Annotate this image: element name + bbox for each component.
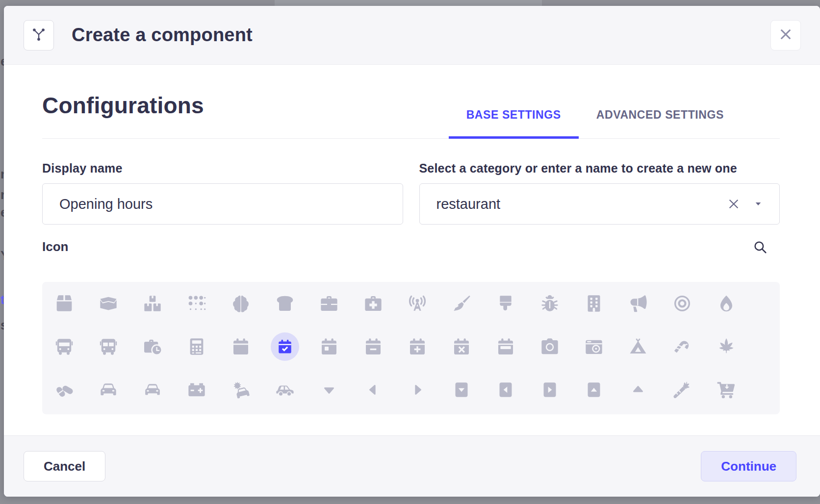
icon-car-side[interactable] bbox=[263, 368, 307, 411]
tab-advanced-settings[interactable]: ADVANCED SETTINGS bbox=[579, 108, 742, 138]
icon-bus[interactable] bbox=[42, 325, 86, 368]
tab-base-settings[interactable]: BASE SETTINGS bbox=[449, 108, 579, 138]
icon-caret-right[interactable] bbox=[395, 368, 439, 411]
screen: enreYts Create a component bbox=[0, 0, 820, 504]
icon-box[interactable] bbox=[42, 282, 86, 325]
icon-calendar-times[interactable] bbox=[439, 325, 484, 368]
icon-brush[interactable] bbox=[484, 282, 528, 325]
icon-briefcase-medical[interactable] bbox=[351, 282, 395, 325]
configurations-heading: Configurations bbox=[42, 92, 204, 119]
icon-caret-up[interactable] bbox=[616, 368, 660, 411]
component-icon bbox=[31, 26, 47, 44]
icon-broom[interactable] bbox=[439, 282, 484, 325]
modal-title: Create a component bbox=[72, 25, 253, 46]
display-name-label: Display name bbox=[42, 161, 403, 176]
icon-campground[interactable] bbox=[616, 325, 660, 368]
modal-body: Configurations BASE SETTINGSADVANCED SET… bbox=[4, 65, 820, 435]
display-name-input[interactable]: Opening hours bbox=[42, 183, 403, 225]
icon-briefcase[interactable] bbox=[307, 282, 351, 325]
configurations-header-row: Configurations BASE SETTINGSADVANCED SET… bbox=[42, 65, 780, 139]
close-icon bbox=[779, 27, 793, 43]
icon-car[interactable] bbox=[86, 368, 130, 411]
category-label: Select a category or enter a name to cre… bbox=[419, 161, 780, 176]
clear-x-icon[interactable] bbox=[727, 198, 740, 210]
icon-camera[interactable] bbox=[528, 325, 572, 368]
icon-picker-header: Icon bbox=[42, 239, 780, 254]
icon-calendar-day[interactable] bbox=[307, 325, 351, 368]
icon-bus-alt[interactable] bbox=[86, 325, 130, 368]
icon-candy-cane[interactable] bbox=[660, 325, 704, 368]
icon-calendar-minus[interactable] bbox=[351, 325, 395, 368]
icon-label: Icon bbox=[42, 239, 68, 254]
icon-burn[interactable] bbox=[704, 282, 748, 325]
icon-caret-square-up[interactable] bbox=[572, 368, 616, 411]
continue-button[interactable]: Continue bbox=[701, 451, 796, 481]
display-name-field-group: Display name Opening hours bbox=[42, 161, 403, 225]
icon-carrot[interactable] bbox=[660, 368, 704, 411]
component-icon-box bbox=[24, 20, 54, 50]
icon-caret-down[interactable] bbox=[307, 368, 351, 411]
background-page-fragment bbox=[275, 0, 542, 6]
icon-capsules[interactable] bbox=[42, 368, 86, 411]
display-name-value: Opening hours bbox=[59, 196, 153, 212]
modal-header: Create a component bbox=[4, 6, 820, 65]
modal-footer: Cancel Continue bbox=[4, 435, 820, 497]
settings-tabs: BASE SETTINGSADVANCED SETTINGS bbox=[449, 108, 742, 138]
icon-business-time[interactable] bbox=[130, 325, 175, 368]
icon-car-alt[interactable] bbox=[130, 368, 175, 411]
icon-broadcast-tower[interactable] bbox=[395, 282, 439, 325]
icon-brain[interactable] bbox=[219, 282, 263, 325]
icon-calendar-plus[interactable] bbox=[395, 325, 439, 368]
form-fields: Display name Opening hours Select a cate… bbox=[42, 161, 780, 225]
magnifier-icon[interactable] bbox=[753, 240, 768, 254]
icon-cannabis[interactable] bbox=[704, 325, 748, 368]
icon-grid bbox=[42, 282, 780, 414]
cancel-button[interactable]: Cancel bbox=[24, 451, 105, 481]
close-button[interactable] bbox=[770, 20, 801, 50]
icon-car-battery[interactable] bbox=[175, 368, 219, 411]
icon-caret-square-down[interactable] bbox=[439, 368, 484, 411]
icon-bullhorn[interactable] bbox=[616, 282, 660, 325]
icon-calculator[interactable] bbox=[175, 325, 219, 368]
icon-camera-retro[interactable] bbox=[572, 325, 616, 368]
icon-calendar-check[interactable] bbox=[263, 325, 307, 368]
icon-braille[interactable] bbox=[175, 282, 219, 325]
icon-calendar[interactable] bbox=[219, 325, 263, 368]
create-component-modal: Create a component Configurations BASE S… bbox=[4, 6, 820, 497]
caret-down-icon[interactable] bbox=[754, 200, 763, 208]
category-combobox[interactable]: restaurant bbox=[419, 183, 780, 225]
icon-caret-square-right[interactable] bbox=[528, 368, 572, 411]
icon-calendar-week[interactable] bbox=[484, 325, 528, 368]
icon-bug[interactable] bbox=[528, 282, 572, 325]
icon-boxes[interactable] bbox=[130, 282, 175, 325]
icon-box-open[interactable] bbox=[86, 282, 130, 325]
icon-bullseye[interactable] bbox=[660, 282, 704, 325]
icon-cart-arrow-down[interactable] bbox=[704, 368, 748, 411]
icon-caret-left[interactable] bbox=[351, 368, 395, 411]
category-value: restaurant bbox=[436, 196, 501, 212]
icon-building[interactable] bbox=[572, 282, 616, 325]
icon-bread-slice[interactable] bbox=[263, 282, 307, 325]
icon-car-crash[interactable] bbox=[219, 368, 263, 411]
category-field-group: Select a category or enter a name to cre… bbox=[419, 161, 780, 225]
icon-caret-square-left[interactable] bbox=[484, 368, 528, 411]
